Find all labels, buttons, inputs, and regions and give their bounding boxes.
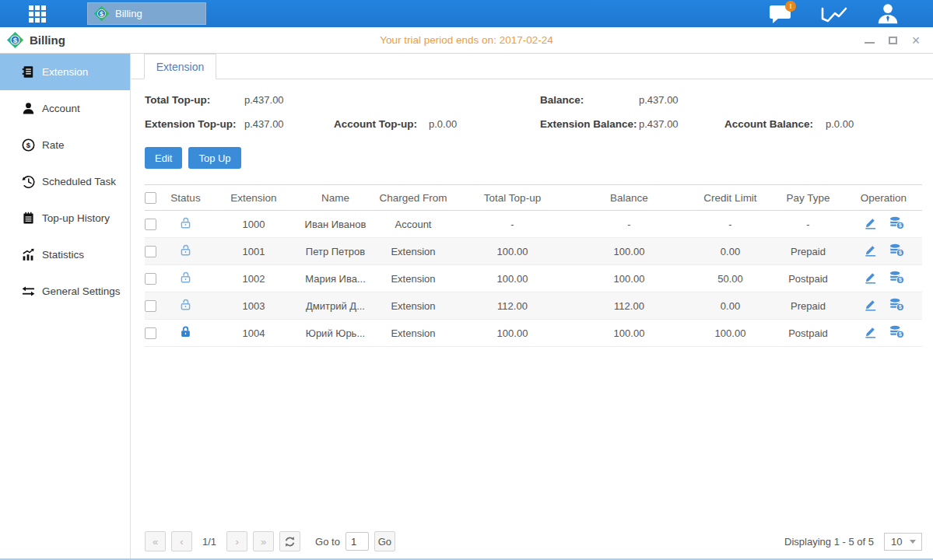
sidebar-item-label: Statistics — [42, 249, 84, 261]
last-page-button[interactable]: » — [253, 531, 274, 551]
total-topup-value: p.437.00 — [244, 88, 334, 112]
topup-history-icon — [22, 212, 35, 225]
messages-icon[interactable]: ! — [766, 3, 794, 25]
row-checkbox[interactable] — [145, 300, 156, 312]
extension-balance-label: Extension Balance: — [540, 112, 639, 136]
go-button[interactable]: Go — [374, 531, 395, 551]
extension-cell: 1000 — [207, 211, 300, 238]
main-content: Extension Total Top-up: p.437.00 Balance… — [132, 54, 933, 558]
sidebar-item-general-settings[interactable]: General Settings — [0, 273, 130, 310]
pagination-bar: « ‹ 1/1 › » Go to Go Displayi — [145, 531, 922, 551]
edit-row-button[interactable] — [864, 298, 877, 311]
sidebar-item-label: Top-up History — [42, 212, 110, 224]
row-checkbox[interactable] — [145, 327, 156, 339]
svg-text:$: $ — [100, 10, 103, 18]
user-account-icon[interactable] — [874, 3, 902, 25]
sidebar-item-label: General Settings — [42, 285, 121, 297]
refresh-icon — [284, 536, 296, 548]
total-topup-cell: 100.00 — [456, 320, 569, 347]
col-name: Name — [300, 185, 370, 211]
chevron-down-icon — [910, 540, 916, 544]
name-cell: Мария Ива... — [300, 265, 370, 292]
top-up-button[interactable]: Top Up — [188, 147, 240, 169]
unlocked-icon — [179, 271, 192, 284]
refresh-button[interactable] — [279, 531, 300, 551]
page-size-select[interactable]: 10 — [884, 533, 922, 551]
table-row[interactable]: 1001 Петр Петров Extension 100.00 100.00… — [145, 238, 922, 265]
person-icon — [877, 3, 899, 24]
coins-icon: $ — [889, 216, 904, 229]
sidebar-item-topup-history[interactable]: Top-up History — [0, 200, 130, 236]
row-checkbox[interactable] — [145, 273, 156, 285]
total-topup-cell: 100.00 — [456, 238, 569, 265]
tab-strip: Extension — [132, 54, 933, 79]
taskbar-tab-billing[interactable]: $ Billing — [87, 2, 206, 25]
page-size-value: 10 — [891, 536, 902, 548]
displaying-text: Displaying 1 - 5 of 5 — [784, 536, 874, 548]
edit-row-button[interactable] — [864, 325, 877, 338]
status-lock-icon — [179, 243, 192, 257]
topup-row-button[interactable]: $ — [889, 298, 904, 311]
tab-extension[interactable]: Extension — [144, 54, 216, 79]
coins-icon: $ — [889, 325, 904, 338]
col-pay-type: Pay Type — [771, 185, 845, 211]
taskbar: $ Billing ! — [0, 0, 933, 27]
table-row[interactable]: 1003 Дмитрий Д... Extension 112.00 112.0… — [145, 292, 922, 320]
notification-badge: ! — [785, 1, 796, 12]
sidebar-item-rate[interactable]: $ Rate — [0, 127, 130, 163]
edit-row-button[interactable] — [864, 216, 877, 229]
extensions-table: Status Extension Name Charged From Total… — [145, 184, 922, 347]
edit-row-button[interactable] — [864, 271, 877, 284]
prev-page-button[interactable]: ‹ — [171, 531, 192, 551]
table-row[interactable]: 1000 Иван Иванов Account - - - - — [145, 211, 922, 238]
goto-page-input[interactable] — [345, 532, 369, 551]
minimize-button[interactable] — [863, 34, 875, 47]
sidebar-item-extension[interactable]: Extension — [0, 54, 130, 90]
svg-text:$: $ — [899, 331, 902, 338]
rate-icon: $ — [22, 138, 35, 152]
apps-grid-icon[interactable] — [29, 5, 46, 23]
balance-value: p.437.00 — [639, 88, 724, 112]
monitor-chart-icon[interactable] — [820, 3, 848, 25]
extension-cell: 1004 — [207, 320, 300, 347]
select-all-checkbox[interactable] — [145, 192, 156, 204]
sidebar-item-label: Extension — [42, 66, 88, 78]
first-page-button[interactable]: « — [145, 531, 166, 551]
total-topup-cell: 112.00 — [456, 292, 569, 320]
credit-limit-cell: 0.00 — [689, 292, 771, 320]
charged-from-cell: Account — [370, 211, 456, 238]
next-page-button[interactable]: › — [226, 531, 247, 551]
close-button[interactable]: × — [910, 34, 922, 47]
credit-limit-cell: 50.00 — [689, 265, 771, 292]
table-row[interactable]: 1002 Мария Ива... Extension 100.00 100.0… — [145, 265, 922, 292]
sidebar-item-label: Rate — [42, 139, 65, 151]
topup-row-button[interactable]: $ — [889, 243, 904, 257]
sidebar-item-scheduled-task[interactable]: Scheduled Task — [0, 163, 130, 200]
coins-icon: $ — [889, 243, 904, 257]
row-checkbox[interactable] — [145, 246, 156, 257]
maximize-button[interactable] — [886, 34, 899, 47]
topup-row-button[interactable]: $ — [889, 271, 904, 284]
edit-button[interactable]: Edit — [145, 147, 182, 169]
svg-text:$: $ — [899, 304, 902, 310]
row-checkbox[interactable] — [145, 219, 156, 230]
trial-notice: Your trial period ends on: 2017-02-24 — [0, 34, 933, 46]
svg-text:$: $ — [899, 277, 902, 283]
col-credit-limit: Credit Limit — [689, 185, 771, 211]
topup-row-button[interactable]: $ — [889, 216, 904, 229]
general-settings-icon — [22, 285, 35, 298]
charged-from-cell: Extension — [370, 265, 456, 292]
extension-cell: 1002 — [207, 265, 300, 292]
extension-icon — [22, 65, 35, 79]
sidebar-item-statistics[interactable]: Statistics — [0, 236, 130, 273]
sidebar: Extension Account $ Rate Scheduled Task — [0, 54, 131, 558]
coins-icon: $ — [889, 298, 904, 311]
table-row[interactable]: 1004 Юрий Юрь... Extension 100.00 100.00… — [145, 320, 922, 347]
svg-text:$: $ — [899, 222, 902, 229]
total-topup-label: Total Top-up: — [145, 88, 244, 112]
edit-row-button[interactable] — [864, 243, 877, 257]
balance-cell: 100.00 — [569, 320, 689, 347]
sidebar-item-account[interactable]: Account — [0, 90, 130, 127]
col-balance: Balance — [569, 185, 689, 211]
topup-row-button[interactable]: $ — [889, 325, 904, 338]
